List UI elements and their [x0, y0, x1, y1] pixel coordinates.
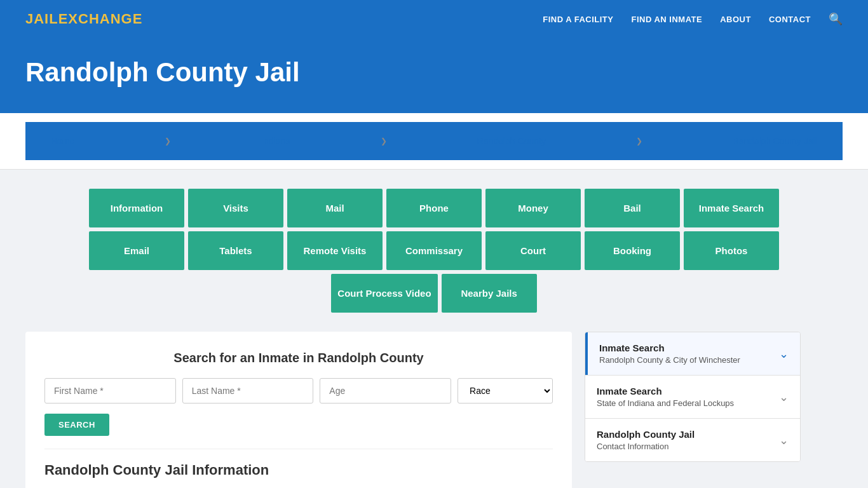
lower-section: Search for an Inmate in Randolph County …: [25, 332, 843, 488]
btn-information[interactable]: Information: [89, 189, 184, 227]
btn-money[interactable]: Money: [485, 189, 581, 227]
nav-links: FIND A FACILITY FIND AN INMATE ABOUT CON…: [543, 12, 843, 26]
btn-inmate-search[interactable]: Inmate Search: [684, 189, 779, 227]
search-panel: Search for an Inmate in Randolph County …: [25, 332, 572, 488]
info-section-heading: Randolph County Jail Information: [44, 449, 553, 478]
button-row-1: Information Visits Mail Phone Money Bail…: [89, 189, 779, 227]
race-select[interactable]: Race White Black Hispanic Asian Other: [458, 378, 553, 403]
btn-court[interactable]: Court: [485, 231, 581, 270]
nav-about[interactable]: ABOUT: [720, 13, 751, 25]
navbar: JAILEXCHANGE FIND A FACILITY FIND AN INM…: [0, 0, 868, 38]
nav-contact[interactable]: CONTACT: [769, 13, 811, 25]
breadcrumb: Home ❯ Indiana ❯ Randolph County ❯ Rando…: [25, 122, 843, 160]
sidebar-item-text-0: Inmate Search Randolph County & City of …: [599, 342, 740, 365]
sidebar-item-header-0[interactable]: Inmate Search Randolph County & City of …: [585, 332, 800, 375]
first-name-input[interactable]: [44, 378, 176, 403]
sidebar-item-header-2[interactable]: Randolph County Jail Contact Information…: [585, 419, 800, 461]
button-row-3: Court Process Video Nearby Jails: [331, 274, 536, 313]
btn-booking[interactable]: Booking: [585, 231, 680, 270]
sidebar-item-title-1: Inmate Search: [597, 386, 734, 396]
btn-visits[interactable]: Visits: [188, 189, 283, 227]
search-button[interactable]: SEARCH: [44, 414, 109, 436]
sidebar-item-title-2: Randolph County Jail: [597, 429, 695, 440]
breadcrumb-sep-2: ❯: [381, 137, 387, 146]
sidebar-item-subtitle-1: State of Indiana and Federal Lockups: [597, 398, 734, 408]
chevron-icon-2: ⌄: [779, 433, 789, 447]
sidebar-item-2: Randolph County Jail Contact Information…: [585, 419, 800, 461]
breadcrumb-randolph-county[interactable]: Randolph County: [477, 136, 546, 146]
breadcrumb-bar: Home ❯ Indiana ❯ Randolph County ❯ Rando…: [0, 113, 868, 170]
sidebar-item-1: Inmate Search State of Indiana and Feder…: [585, 376, 800, 419]
breadcrumb-sep-3: ❯: [636, 137, 642, 146]
btn-photos[interactable]: Photos: [684, 231, 779, 270]
content-area: Information Visits Mail Phone Money Bail…: [0, 170, 868, 488]
btn-court-process-video[interactable]: Court Process Video: [331, 274, 437, 313]
age-input[interactable]: [320, 378, 451, 403]
logo-jail: JAIL: [25, 11, 58, 27]
page-title: Randolph County Jail: [25, 57, 843, 88]
btn-email[interactable]: Email: [89, 231, 184, 270]
btn-commissary[interactable]: Commissary: [386, 231, 482, 270]
hero-section: Randolph County Jail: [0, 38, 868, 113]
breadcrumb-sep-1: ❯: [165, 137, 171, 146]
sidebar-item-title-0: Inmate Search: [599, 342, 740, 353]
breadcrumb-current: Randolph County Jail: [733, 136, 817, 146]
search-heading: Search for an Inmate in Randolph County: [44, 351, 553, 365]
nav-find-inmate[interactable]: FIND AN INMATE: [631, 13, 702, 25]
breadcrumb-home[interactable]: Home: [51, 136, 74, 146]
nav-search-icon[interactable]: 🔍: [829, 12, 843, 26]
sidebar-item-subtitle-0: Randolph County & City of Winchester: [599, 355, 740, 365]
nav-find-facility[interactable]: FIND A FACILITY: [543, 13, 613, 25]
search-form: Race White Black Hispanic Asian Other: [44, 378, 553, 403]
last-name-input[interactable]: [182, 378, 314, 403]
btn-phone[interactable]: Phone: [386, 189, 482, 227]
breadcrumb-indiana[interactable]: Indiana: [261, 136, 290, 146]
btn-bail[interactable]: Bail: [585, 189, 680, 227]
sidebar-item-0: Inmate Search Randolph County & City of …: [585, 332, 800, 376]
sidebar-item-subtitle-2: Contact Information: [597, 442, 695, 451]
button-row-2: Email Tablets Remote Visits Commissary C…: [89, 231, 779, 270]
btn-nearby-jails[interactable]: Nearby Jails: [442, 274, 537, 313]
sidebar-item-text-1: Inmate Search State of Indiana and Feder…: [597, 386, 734, 408]
sidebar-item-text-2: Randolph County Jail Contact Information: [597, 429, 695, 451]
chevron-icon-0: ⌄: [779, 347, 789, 361]
sidebar-item-header-1[interactable]: Inmate Search State of Indiana and Feder…: [585, 376, 800, 418]
btn-tablets[interactable]: Tablets: [188, 231, 283, 270]
logo-exchange: EXCHANGE: [58, 11, 143, 27]
btn-remote-visits[interactable]: Remote Visits: [287, 231, 383, 270]
button-grid: Information Visits Mail Phone Money Bail…: [25, 189, 843, 313]
logo[interactable]: JAILEXCHANGE: [25, 11, 142, 27]
btn-mail[interactable]: Mail: [287, 189, 383, 227]
sidebar: Inmate Search Randolph County & City of …: [585, 332, 801, 462]
chevron-icon-1: ⌄: [779, 390, 789, 404]
